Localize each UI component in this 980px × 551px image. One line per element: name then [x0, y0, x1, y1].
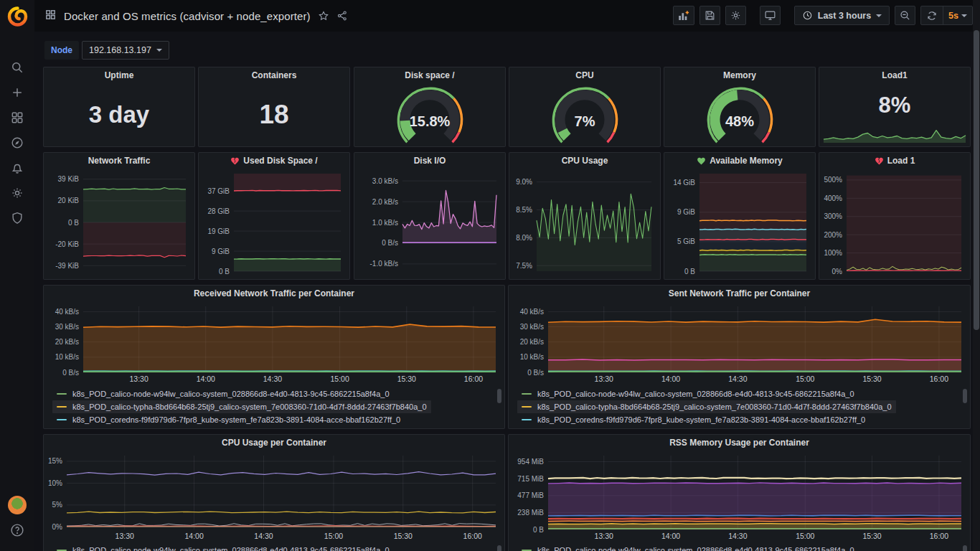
legend-item[interactable]: k8s_POD_calico-node-w94lw_calico-system_… [517, 387, 859, 400]
alerting-bell-icon[interactable] [10, 161, 24, 175]
legend-scrollbar-thumb[interactable] [497, 389, 501, 403]
chart-canvas[interactable]: 40 kB/s30 kB/s20 kB/s10 kB/s0 B/s13:3014… [512, 301, 967, 385]
legend-scrollbar-thumb[interactable] [497, 545, 501, 551]
variable-value: 192.168.13.197 [89, 45, 151, 55]
panel-title[interactable]: Uptime [44, 67, 194, 83]
legend-series-label: k8s_POD_coredns-f9fd979d6-7fpr8_kube-sys… [72, 415, 400, 424]
legend-scrollbar-thumb[interactable] [963, 545, 967, 551]
star-icon[interactable] [318, 10, 329, 22]
gauge-chart[interactable]: 15.8% [357, 85, 502, 145]
svg-text:9.0%: 9.0% [516, 178, 532, 186]
panel-title[interactable]: Memory [664, 67, 815, 83]
panel-title[interactable]: Disk I/O [354, 153, 505, 169]
chart-canvas[interactable]: 37 GiB28 GiB19 GiB9 GiB0 B [202, 169, 347, 276]
svg-text:7.5%: 7.5% [516, 262, 532, 270]
svg-text:715 MiB: 715 MiB [517, 475, 544, 483]
legend-scrollbar-thumb[interactable] [963, 389, 967, 403]
panel-title[interactable]: RSS Memory Usage per Container [509, 435, 970, 451]
grafana-logo[interactable] [6, 6, 28, 27]
svg-text:0%: 0% [832, 268, 843, 276]
legend-item[interactable]: k8s_POD_calico-typha-8bd664b68-25tj9_cal… [52, 400, 431, 413]
variable-label[interactable]: Node [44, 41, 79, 60]
panel-title[interactable]: Available Memory [664, 153, 815, 169]
chart-canvas[interactable]: 9.0%8.5%8.0%7.5% [512, 169, 657, 276]
save-dashboard-button[interactable] [699, 6, 720, 25]
cycle-view-mode-button[interactable] [760, 6, 781, 25]
svg-text:28 GiB: 28 GiB [207, 207, 230, 215]
svg-text:5 GiB: 5 GiB [677, 237, 695, 245]
time-range-picker[interactable]: Last 3 hours [794, 6, 890, 25]
chart-canvas[interactable]: 3.0 kB/s2.0 kB/s1.0 kB/s0 B/s-1.0 kB/s [357, 169, 502, 276]
svg-text:0 B: 0 B [533, 526, 544, 534]
help-icon[interactable] [9, 522, 25, 538]
legend-item[interactable]: k8s_POD_calico-node-w94lw_calico-system_… [52, 544, 394, 551]
panel-legend: k8s_POD_calico-node-w94lw_calico-system_… [517, 544, 967, 551]
chart-canvas[interactable]: 14 GiB9 GiB5 GiB0 B [667, 169, 812, 276]
panel-title[interactable]: Network Traffic [44, 153, 194, 169]
server-admin-shield-icon[interactable] [10, 211, 24, 225]
explore-compass-icon[interactable] [10, 136, 24, 150]
variable-value-dropdown[interactable]: 192.168.13.197 [82, 41, 169, 60]
panel-title[interactable]: Disk space / [354, 67, 505, 83]
svg-text:200%: 200% [824, 231, 842, 239]
panel-containers: Containers 18 [198, 67, 350, 147]
refresh-picker[interactable]: 5s [920, 6, 973, 25]
svg-text:14:00: 14:00 [184, 532, 203, 540]
svg-text:0 B: 0 B [68, 219, 79, 227]
svg-text:20 kB/s: 20 kB/s [520, 338, 544, 346]
user-avatar[interactable] [8, 496, 27, 514]
gauge-chart[interactable]: 7% [512, 85, 657, 145]
panel-title[interactable]: Containers [199, 67, 349, 83]
legend-item[interactable]: k8s_POD_calico-node-w94lw_calico-system_… [52, 387, 394, 400]
refresh-interval-select[interactable]: 5s [943, 6, 972, 24]
panel-disk-io: Disk I/O 3.0 kB/s2.0 kB/s1.0 kB/s0 B/s-1… [354, 152, 506, 280]
svg-text:37 GiB: 37 GiB [207, 187, 230, 195]
svg-text:16:00: 16:00 [464, 375, 483, 383]
svg-text:20 KiB: 20 KiB [58, 197, 80, 204]
svg-text:14:00: 14:00 [197, 375, 215, 383]
gauge-chart[interactable]: 48% [667, 85, 812, 145]
svg-text:15.8%: 15.8% [410, 113, 451, 129]
legend-series-label: k8s_POD_calico-typha-8bd664b68-25tj9_cal… [537, 402, 892, 411]
legend-item[interactable]: k8s_POD_calico-typha-8bd664b68-25tj9_cal… [517, 400, 896, 413]
chart-canvas[interactable]: 500%400%300%200%100%0% [822, 169, 967, 276]
legend-item[interactable]: k8s_POD_coredns-f9fd979d6-7fpr8_kube-sys… [52, 413, 405, 426]
panel-title[interactable]: Received Network Traffic per Container [44, 286, 504, 301]
legend-item[interactable]: k8s_POD_calico-node-w94lw_calico-system_… [517, 544, 859, 551]
panel-title[interactable]: Sent Network Traffic per Container [509, 286, 970, 301]
panel-title[interactable]: CPU Usage per Container [44, 435, 504, 451]
svg-text:9 GiB: 9 GiB [677, 208, 695, 216]
svg-text:15:30: 15:30 [862, 375, 881, 383]
chart-canvas[interactable]: 15%10%5%0%13:3014:0014:3015:0015:3016:00 [47, 451, 501, 542]
search-icon[interactable] [10, 60, 24, 75]
add-panel-button[interactable] [673, 6, 694, 25]
dashboard-settings-button[interactable] [725, 6, 746, 25]
svg-text:2.0 kB/s: 2.0 kB/s [372, 198, 398, 206]
svg-text:300%: 300% [824, 212, 842, 220]
page-scrollbar-thumb[interactable] [974, 30, 979, 330]
svg-text:13:30: 13:30 [116, 532, 134, 540]
svg-text:14:30: 14:30 [728, 532, 747, 540]
panel-title[interactable]: Load1 [819, 67, 970, 83]
zoom-out-time-button[interactable] [895, 6, 915, 25]
svg-text:-39 KiB: -39 KiB [55, 262, 79, 270]
panel-title[interactable]: CPU Usage [509, 153, 660, 169]
configuration-gear-icon[interactable] [10, 186, 24, 200]
create-plus-icon[interactable] [10, 85, 24, 100]
svg-text:0 B/s: 0 B/s [62, 369, 79, 377]
legend-item[interactable]: k8s_POD_coredns-f9fd979d6-7fpr8_kube-sys… [517, 413, 870, 426]
share-icon[interactable] [336, 10, 348, 22]
chart-canvas[interactable]: 954 MiB715 MiB477 MiB238 MiB0 B13:3014:0… [512, 451, 967, 542]
svg-text:0 B/s: 0 B/s [382, 239, 398, 247]
svg-text:10 kB/s: 10 kB/s [55, 353, 79, 361]
chart-canvas[interactable]: 40 kB/s30 kB/s20 kB/s10 kB/s0 B/s13:3014… [47, 301, 501, 385]
panel-title[interactable]: Used Disk Space / [199, 153, 349, 169]
dashboards-icon[interactable] [10, 110, 24, 125]
refresh-button[interactable] [921, 6, 943, 24]
svg-text:30 kB/s: 30 kB/s [55, 323, 79, 331]
legend-series-label: k8s_POD_calico-node-w94lw_calico-system_… [72, 546, 390, 551]
panel-title[interactable]: CPU [509, 67, 660, 83]
panel-title[interactable]: Load 1 [819, 153, 970, 169]
svg-text:15:00: 15:00 [796, 375, 814, 383]
chart-canvas[interactable]: 39 KiB20 KiB0 B-20 KiB-39 KiB [47, 169, 192, 276]
